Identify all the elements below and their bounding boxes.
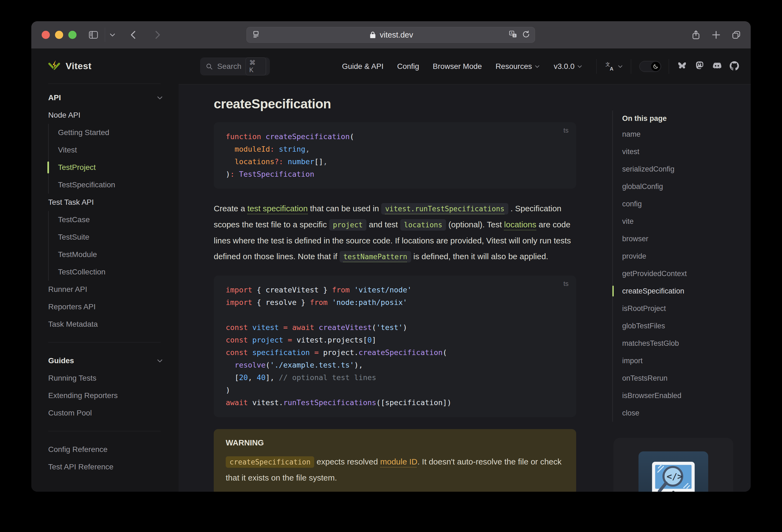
sidebar-item-testcase[interactable]: TestCase: [31, 211, 179, 228]
code-token: [248, 336, 252, 344]
code-token: ],: [265, 373, 279, 382]
sidebar-item-testspecification[interactable]: TestSpecification: [31, 176, 179, 193]
chevron-down-icon: [534, 64, 540, 69]
code-token: ([specification]): [376, 398, 452, 407]
back-button[interactable]: [128, 29, 139, 40]
nav-link-browser-mode[interactable]: Browser Mode: [433, 62, 482, 71]
sponsor-card[interactable]: </>: [613, 438, 733, 492]
code-token: 40: [257, 373, 266, 382]
sidebar-item-label: Custom Pool: [48, 409, 92, 417]
sidebar-item-node-api[interactable]: Node API: [31, 106, 179, 124]
code-line: moduleId: string,: [226, 143, 564, 155]
inline-link[interactable]: module ID: [380, 457, 417, 466]
search-label: Search: [217, 62, 242, 71]
inline-code-link[interactable]: testNamePattern: [340, 251, 411, 262]
toc-item-config[interactable]: config: [622, 195, 740, 213]
share-button[interactable]: [691, 30, 701, 40]
vitest-logo[interactable]: Vitest: [31, 48, 179, 72]
code-token: [: [226, 373, 239, 382]
sidebar-item-testcollection[interactable]: TestCollection: [31, 263, 179, 281]
language-menu-button[interactable]: 文 A: [605, 61, 623, 72]
code-token: =: [283, 323, 288, 331]
zoom-window-button[interactable]: [68, 31, 76, 39]
sidebar-item-running-tests[interactable]: Running Tests: [31, 369, 179, 387]
toc-item-vite[interactable]: vite: [622, 213, 740, 230]
code-token: [283, 157, 288, 166]
sidebar-item-test-task-api[interactable]: Test Task API: [31, 193, 179, 211]
code-token: await: [226, 398, 248, 407]
sidebar-item-testproject[interactable]: TestProject: [31, 159, 179, 176]
nav-link-resources[interactable]: Resources: [496, 62, 540, 71]
toc-item-browser[interactable]: browser: [622, 230, 740, 247]
sidebar-item-test-api-reference[interactable]: Test API Reference: [31, 458, 179, 476]
toc-item-name[interactable]: name: [622, 126, 740, 143]
code-token: vitest: [252, 323, 279, 331]
toc-item-globalconfig[interactable]: globalConfig: [622, 178, 740, 195]
code-token: (: [443, 348, 447, 357]
toc-item-close[interactable]: close: [622, 404, 740, 422]
inline-link[interactable]: test specification: [247, 204, 308, 213]
chevron-down-icon: [156, 94, 164, 101]
discord-link[interactable]: [712, 61, 722, 72]
toc-item-provide[interactable]: provide: [622, 247, 740, 265]
inline-code-link[interactable]: vitest.runTestSpecifications: [381, 203, 508, 215]
toc-item-import[interactable]: import: [622, 352, 740, 369]
toc-item-createspecification[interactable]: createSpecification: [622, 282, 740, 300]
sidebar-item-getting-started[interactable]: Getting Started: [31, 124, 179, 141]
sidebar-item-config-reference[interactable]: Config Reference: [31, 441, 179, 458]
code-token: function: [226, 132, 261, 141]
sidebar-item-task-metadata[interactable]: Task Metadata: [31, 316, 179, 333]
toc-item-vitest[interactable]: vitest: [622, 143, 740, 161]
toc-item-globtestfiles[interactable]: globTestFiles: [622, 317, 740, 334]
sidebar-item-extending-reporters[interactable]: Extending Reporters: [31, 387, 179, 404]
sidebar-item-testmodule[interactable]: TestModule: [31, 246, 179, 263]
close-window-button[interactable]: [42, 31, 50, 39]
minimize-window-button[interactable]: [55, 31, 63, 39]
toc-item-isrootproject[interactable]: isRootProject: [622, 300, 740, 317]
doc-article: createSpecification ts function createSp…: [214, 84, 576, 492]
nav-link-config[interactable]: Config: [397, 62, 419, 71]
sidebar-divider: [48, 83, 161, 84]
theme-toggle[interactable]: [639, 61, 661, 72]
sidebar-item-guides[interactable]: Guides: [31, 352, 179, 369]
code-token: createSpecification: [359, 348, 443, 357]
sidebar-item-api[interactable]: API: [31, 89, 179, 106]
reload-button[interactable]: [522, 30, 530, 40]
mastodon-link[interactable]: [695, 61, 704, 72]
text-run: expects resolved: [314, 457, 380, 466]
nav-divider: [596, 59, 597, 74]
vitest-logo-icon: [48, 59, 61, 72]
toc-item-isbrowserenabled[interactable]: isBrowserEnabled: [622, 387, 740, 404]
translate-button[interactable]: A 文: [509, 30, 517, 40]
sidebar-item-runner-api[interactable]: Runner API: [31, 281, 179, 298]
github-link[interactable]: [730, 61, 739, 72]
toc-item-matchestestglob[interactable]: matchesTestGlob: [622, 334, 740, 352]
code-token: locations: [235, 157, 275, 166]
toc-item-serializedconfig[interactable]: serializedConfig: [622, 161, 740, 178]
page-title: createSpecification: [214, 96, 576, 111]
code-token: resolve: [235, 361, 266, 369]
code-line: locations?: number[],: [226, 155, 564, 168]
search-button[interactable]: Search ⌘ K: [200, 58, 270, 75]
nav-link-guide-api[interactable]: Guide & API: [342, 62, 384, 71]
sidebar-item-custom-pool[interactable]: Custom Pool: [31, 404, 179, 422]
sidebar-item-testsuite[interactable]: TestSuite: [31, 228, 179, 246]
nav-link-v3-0-0[interactable]: v3.0.0: [554, 62, 583, 71]
code-token: [248, 348, 252, 357]
tab-overview-button[interactable]: [731, 30, 741, 40]
description-paragraph: Create a test specification that can be …: [214, 201, 576, 264]
toc-item-getprovidedcontext[interactable]: getProvidedContext: [622, 265, 740, 282]
toc-item-ontestsrerun[interactable]: onTestsRerun: [622, 369, 740, 387]
sidebar-item-label: Guides: [48, 356, 74, 365]
sidebar-item-vitest[interactable]: Vitest: [31, 141, 179, 159]
text-run: and test: [366, 220, 400, 229]
new-tab-button[interactable]: [711, 30, 721, 40]
sidebar-toggle-button[interactable]: [88, 29, 99, 40]
forward-button[interactable]: [152, 29, 163, 40]
inline-link[interactable]: locations: [504, 220, 536, 229]
url-bar[interactable]: vitest.dev A 文: [246, 27, 535, 43]
bluesky-link[interactable]: [677, 61, 687, 72]
sidebar-item-reporters-api[interactable]: Reporters API: [31, 298, 179, 316]
sidebar-menu-button[interactable]: [109, 31, 116, 38]
code-token: [248, 323, 252, 331]
